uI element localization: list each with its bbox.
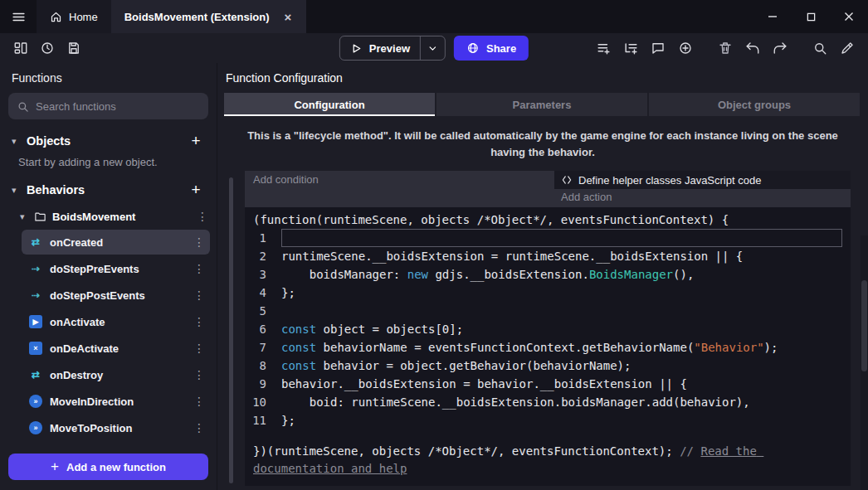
theme-brush-icon[interactable] xyxy=(835,36,860,60)
add-behavior-button[interactable]: + xyxy=(187,181,205,199)
events-scrollbar[interactable] xyxy=(229,177,233,483)
search-functions-box[interactable] xyxy=(8,93,208,119)
line-number: 3 xyxy=(245,265,281,284)
code-line-8[interactable]: 8const behavior = object.getBehavior(beh… xyxy=(245,357,851,375)
trash-icon[interactable] xyxy=(713,36,738,60)
window-maximize-button[interactable] xyxy=(792,0,830,33)
history-icon[interactable] xyxy=(35,36,60,60)
code-editor[interactable]: (function(runtimeScene, objects /*Object… xyxy=(245,207,851,486)
function-label: MoveInDirection xyxy=(50,395,186,408)
project-manager-icon[interactable] xyxy=(8,36,33,60)
preview-dropdown-button[interactable] xyxy=(421,43,445,54)
code-text: behavior.__boidsExtension = behavior.__b… xyxy=(281,375,851,393)
content-area: Functions ▾ Objects + Start by adding a … xyxy=(0,63,868,490)
tab-configuration[interactable]: Configuration xyxy=(224,93,435,116)
kebab-menu-icon[interactable]: ⋮ xyxy=(193,235,205,249)
function-item-onCreated[interactable]: ⇄onCreated⋮ xyxy=(22,230,210,255)
function-item-doStepPostEvents[interactable]: ⇢doStepPostEvents⋮ xyxy=(22,283,210,308)
tab-object-groups[interactable]: Object groups xyxy=(649,93,860,116)
search-functions-input[interactable] xyxy=(36,100,200,113)
hamburger-menu-icon[interactable] xyxy=(0,0,37,33)
save-icon[interactable] xyxy=(61,36,86,60)
code-line-9[interactable]: 9behavior.__boidsExtension = behavior.__… xyxy=(245,375,851,393)
preview-button[interactable]: Preview xyxy=(339,36,446,61)
code-lines: 12runtimeScene.__boidsExtension = runtim… xyxy=(245,229,851,429)
function-icon: ⇢ xyxy=(29,262,42,275)
config-tabs: ConfigurationParametersObject groups xyxy=(224,93,860,116)
app-window: Home BoidsMovement (Extension) × xyxy=(0,0,868,490)
code-line-4[interactable]: 4}; xyxy=(245,284,851,302)
function-item-onActivate[interactable]: ▶onActivate⋮ xyxy=(22,309,210,334)
search-icon[interactable] xyxy=(807,36,832,60)
code-line-1[interactable]: 1 xyxy=(245,229,851,247)
tab-home[interactable]: Home xyxy=(37,0,111,33)
function-item-doStepPreEvents[interactable]: ⇢doStepPreEvents⋮ xyxy=(22,256,210,281)
function-item-onDeActivate[interactable]: ×onDeActivate⋮ xyxy=(22,336,210,361)
code-text: }; xyxy=(281,411,851,429)
kebab-menu-icon[interactable]: ⋮ xyxy=(193,315,205,328)
function-item-onDestroy[interactable]: ⇄onDestroy⋮ xyxy=(22,362,210,387)
folder-label: BoidsMovement xyxy=(52,211,191,223)
function-label: doStepPostEvents xyxy=(50,289,186,302)
function-label: onDestroy xyxy=(50,369,186,381)
panel-title: Function Configuration xyxy=(217,63,868,85)
code-line-5[interactable]: 5 xyxy=(245,302,851,320)
function-icon: ▶ xyxy=(29,315,42,328)
tab-parameters[interactable]: Parameters xyxy=(436,93,647,116)
share-label: Share xyxy=(486,42,516,55)
js-event-title-row[interactable]: Define helper classes JavaScript code xyxy=(554,171,851,189)
function-item-MoveToPosition[interactable]: »MoveToPosition⋮ xyxy=(22,415,210,440)
kebab-menu-icon[interactable]: ⋮ xyxy=(193,262,205,275)
function-label: doStepPreEvents xyxy=(50,263,186,275)
main-scrollbar[interactable] xyxy=(861,235,868,490)
main-scrollbar-thumb[interactable] xyxy=(861,280,867,371)
add-function-button[interactable]: + Add a new function xyxy=(8,454,208,480)
behaviors-section-header[interactable]: ▾ Behaviors + xyxy=(0,178,217,201)
code-line-2[interactable]: 2runtimeScene.__boidsExtension = runtime… xyxy=(245,247,851,265)
code-line-7[interactable]: 7const behaviorName = eventsFunctionCont… xyxy=(245,338,851,357)
function-icon: ⇄ xyxy=(29,235,42,249)
preview-button-main[interactable]: Preview xyxy=(340,42,420,55)
events-sheet: Add condition Define helper classes Java… xyxy=(217,171,868,490)
comment-icon[interactable] xyxy=(646,36,671,60)
kebab-menu-icon[interactable]: ⋮ xyxy=(193,342,205,355)
toolbar-center-group: Preview Share xyxy=(339,36,529,61)
add-event-icon[interactable] xyxy=(591,36,616,60)
plus-icon: + xyxy=(51,458,59,475)
title-bar: Home BoidsMovement (Extension) × xyxy=(0,0,868,33)
add-action-button[interactable]: Add action xyxy=(554,189,851,207)
behaviors-section-label: Behaviors xyxy=(27,183,180,196)
titlebar-spacer xyxy=(306,0,753,33)
function-label: onActivate xyxy=(50,316,186,328)
chevron-down-icon: ▾ xyxy=(20,211,28,222)
behavior-folder-boidsmovement[interactable]: ▾ BoidsMovement ⋮ xyxy=(0,205,217,228)
sidebar-title: Functions xyxy=(0,63,217,91)
kebab-menu-icon[interactable]: ⋮ xyxy=(193,368,205,381)
line-number: 11 xyxy=(245,411,281,429)
code-line-10[interactable]: 10 boid: runtimeScene.__boidsExtension.b… xyxy=(245,393,851,411)
js-code-icon xyxy=(561,174,573,186)
add-subevent-icon[interactable] xyxy=(618,36,643,60)
tab-close-icon[interactable]: × xyxy=(282,10,293,24)
share-button[interactable]: Share xyxy=(454,36,529,61)
add-circle-icon[interactable] xyxy=(673,36,698,60)
undo-icon[interactable] xyxy=(740,36,765,60)
add-condition-button[interactable]: Add condition xyxy=(245,171,554,207)
function-label: MoveToPosition xyxy=(50,422,186,434)
window-close-button[interactable] xyxy=(830,0,868,33)
objects-section-header[interactable]: ▾ Objects + xyxy=(0,129,217,153)
kebab-menu-icon[interactable]: ⋮ xyxy=(193,421,205,434)
kebab-menu-icon[interactable]: ⋮ xyxy=(193,395,205,408)
function-item-MoveInDirection[interactable]: »MoveInDirection⋮ xyxy=(22,389,210,414)
tab-document[interactable]: BoidsMovement (Extension) × xyxy=(111,0,307,33)
kebab-menu-icon[interactable]: ⋮ xyxy=(193,289,205,302)
code-line-6[interactable]: 6const object = objects[0]; xyxy=(245,320,851,338)
add-object-button[interactable]: + xyxy=(187,132,205,150)
js-code-event: Add condition Define helper classes Java… xyxy=(245,171,851,486)
redo-icon[interactable] xyxy=(768,36,792,60)
code-line-3[interactable]: 3 boidsManager: new gdjs.__boidsExtensio… xyxy=(245,265,851,284)
code-line-11[interactable]: 11}; xyxy=(245,411,851,429)
window-minimize-button[interactable] xyxy=(753,0,792,33)
kebab-menu-icon[interactable]: ⋮ xyxy=(197,210,208,223)
function-configuration-panel: Function Configuration ConfigurationPara… xyxy=(217,63,868,490)
